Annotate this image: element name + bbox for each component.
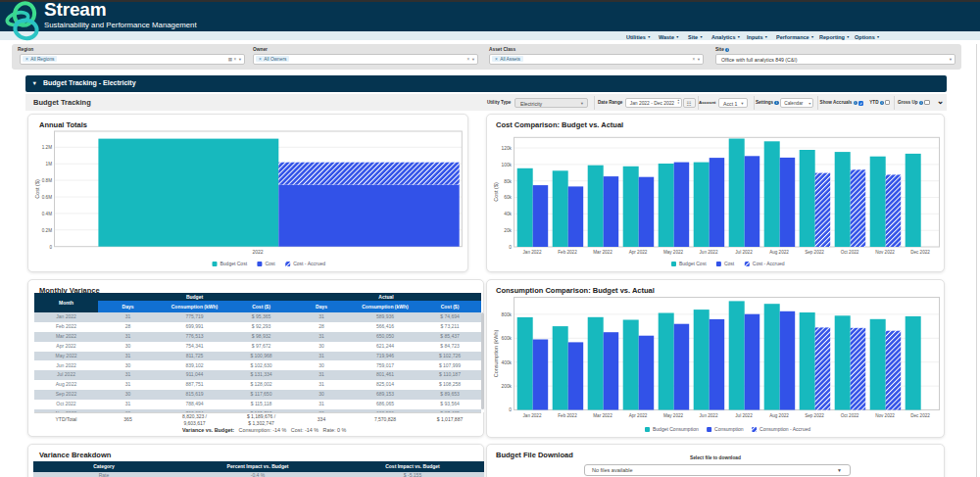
svg-text:60k: 60k — [504, 195, 512, 200]
svg-text:1.2M: 1.2M — [42, 145, 52, 150]
svg-text:Apr 2022: Apr 2022 — [629, 250, 648, 255]
svg-text:Nov 2022: Nov 2022 — [875, 413, 895, 418]
svg-text:Oct 2022: Oct 2022 — [841, 413, 859, 418]
svg-text:May 2022: May 2022 — [663, 250, 684, 255]
svg-text:Jan 2022: Jan 2022 — [523, 250, 542, 255]
svg-text:Cost: Cost — [724, 261, 735, 266]
svg-text:Jan 2022: Jan 2022 — [523, 413, 542, 418]
svg-text:Budget Cost: Budget Cost — [220, 261, 248, 266]
svg-text:Nov 2022: Nov 2022 — [875, 250, 895, 255]
svg-text:Sep 2022: Sep 2022 — [805, 250, 824, 255]
svg-text:Aug 2022: Aug 2022 — [769, 250, 789, 255]
svg-text:Feb 2022: Feb 2022 — [558, 413, 577, 418]
svg-text:Cost ($): Cost ($) — [34, 179, 40, 199]
svg-text:0: 0 — [509, 245, 512, 250]
svg-text:1M: 1M — [46, 162, 53, 167]
svg-text:Budget Consumption: Budget Consumption — [653, 426, 699, 432]
svg-text:Cost - Accrued: Cost - Accrued — [753, 261, 785, 266]
svg-text:120k: 120k — [502, 146, 513, 151]
svg-text:100k: 100k — [502, 163, 513, 167]
svg-text:0.6M: 0.6M — [42, 195, 52, 200]
svg-text:May 2022: May 2022 — [663, 413, 684, 418]
svg-text:Sep 2022: Sep 2022 — [805, 413, 824, 418]
svg-text:400k: 400k — [502, 360, 513, 365]
svg-text:Jun 2022: Jun 2022 — [700, 413, 718, 418]
svg-text:Dec 2022: Dec 2022 — [910, 250, 930, 255]
svg-text:Mar 2022: Mar 2022 — [593, 250, 612, 255]
svg-text:40k: 40k — [504, 212, 512, 216]
svg-text:0.4M: 0.4M — [42, 212, 52, 216]
svg-text:200k: 200k — [502, 384, 513, 389]
svg-text:Apr 2022: Apr 2022 — [629, 413, 648, 418]
svg-text:800k: 800k — [502, 312, 513, 317]
svg-text:2022: 2022 — [252, 249, 263, 255]
svg-text:Budget Cost: Budget Cost — [679, 261, 707, 266]
svg-text:0.2M: 0.2M — [42, 228, 52, 233]
svg-text:Consumption - Accrued: Consumption - Accrued — [760, 426, 810, 432]
svg-text:20k: 20k — [504, 228, 512, 233]
svg-text:0.8M: 0.8M — [42, 178, 52, 183]
svg-text:Cost - Accrued: Cost - Accrued — [293, 261, 325, 266]
svg-text:0: 0 — [49, 245, 52, 250]
svg-text:Consumption (kWh): Consumption (kWh) — [493, 330, 499, 378]
svg-text:80k: 80k — [504, 179, 512, 184]
svg-text:Aug 2022: Aug 2022 — [769, 413, 789, 418]
svg-text:600k: 600k — [502, 336, 513, 341]
svg-text:Oct 2022: Oct 2022 — [841, 250, 859, 255]
svg-text:Cost: Cost — [265, 261, 275, 266]
svg-text:Feb 2022: Feb 2022 — [558, 250, 577, 255]
svg-text:Jun 2022: Jun 2022 — [700, 250, 718, 255]
svg-text:Jul 2022: Jul 2022 — [735, 250, 753, 255]
svg-text:Cost ($): Cost ($) — [493, 182, 499, 202]
svg-text:Consumption: Consumption — [714, 426, 744, 432]
svg-text:Jul 2022: Jul 2022 — [735, 413, 753, 418]
svg-text:0: 0 — [509, 407, 512, 412]
svg-text:Dec 2022: Dec 2022 — [910, 413, 930, 418]
svg-text:Mar 2022: Mar 2022 — [593, 413, 612, 418]
